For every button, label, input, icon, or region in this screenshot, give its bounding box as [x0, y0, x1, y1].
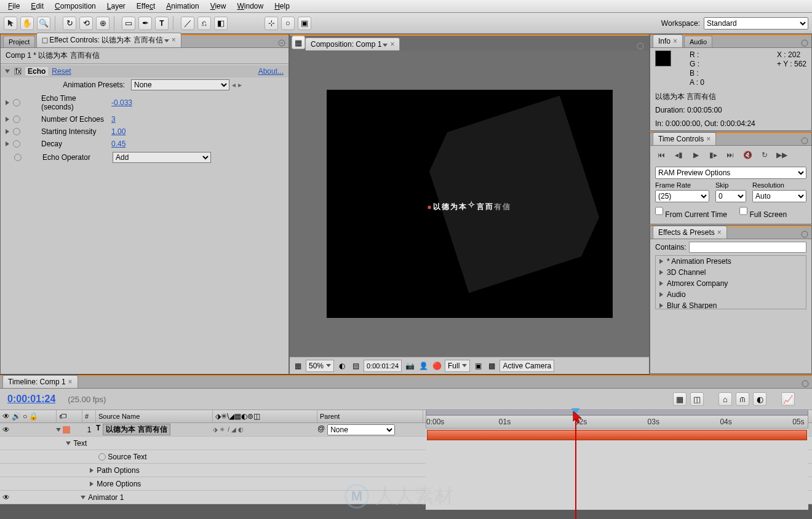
next-preset-icon[interactable]: ▸ [238, 81, 242, 89]
skip-select[interactable]: 0 [715, 190, 746, 202]
draft3d-icon[interactable]: ◫ [690, 392, 704, 406]
panel-menu-icon[interactable] [277, 39, 286, 47]
first-frame-button[interactable]: ⏮ [655, 149, 667, 160]
frameblend-icon[interactable]: ⫙ [736, 392, 749, 406]
expand-icon[interactable] [6, 117, 9, 122]
prev-preset-icon[interactable]: ◂ [232, 81, 236, 89]
selection-tool[interactable] [4, 17, 17, 30]
expand-icon[interactable] [6, 100, 9, 105]
lock-icon[interactable]: 🔒 [29, 412, 38, 421]
hand-tool[interactable]: ✋ [20, 17, 34, 30]
menu-help[interactable]: Help [269, 1, 295, 12]
graph-editor-icon[interactable]: 📈 [781, 392, 795, 406]
shy-icon[interactable]: ⌂ [718, 392, 732, 406]
color-icon[interactable]: 🔴 [431, 360, 442, 371]
anim-presets-select[interactable]: None [131, 79, 229, 90]
full-screen-checkbox[interactable]: Full Screen [739, 205, 787, 219]
framerate-select[interactable]: (25) [655, 190, 709, 202]
mask-icon[interactable]: ▣ [472, 360, 484, 371]
local-axis-icon[interactable]: ⊹ [265, 17, 278, 30]
stopwatch-icon[interactable] [13, 140, 20, 148]
zoom-tool[interactable]: 🔍 [37, 17, 50, 30]
grid-icon[interactable]: ▦ [292, 360, 303, 371]
mute-button[interactable]: 🔇 [741, 149, 754, 160]
brush-tool[interactable]: ／ [181, 17, 194, 30]
region-icon[interactable]: 👤 [418, 360, 429, 371]
expand-icon[interactable] [6, 141, 9, 146]
fx-enable-icon[interactable]: fx [14, 68, 22, 75]
param-value[interactable]: 0.45 [111, 140, 125, 148]
tab-composition[interactable]: Composition: Comp 1× [305, 38, 400, 50]
work-area-bar[interactable] [426, 410, 808, 415]
world-axis-icon[interactable]: ○ [281, 17, 295, 30]
menu-window[interactable]: Window [231, 1, 269, 12]
rect-tool[interactable]: ▭ [122, 17, 135, 30]
from-current-checkbox[interactable]: From Current Time [655, 205, 727, 219]
layer-duration-bar[interactable] [427, 430, 807, 440]
playhead[interactable] [575, 410, 576, 519]
pen-tool[interactable]: ✒ [138, 17, 152, 30]
list-item[interactable]: 3D Channel [656, 267, 806, 278]
current-time[interactable]: 0:00:01:24 [7, 394, 55, 405]
loop-button[interactable]: ↻ [758, 149, 771, 160]
camera-tool[interactable]: ⟲ [79, 17, 93, 30]
snapshot-icon[interactable]: 📷 [404, 360, 415, 371]
play-button[interactable]: ▶ [690, 149, 702, 160]
tab-time-controls[interactable]: Time Controls× [653, 132, 716, 145]
motionblur-icon[interactable]: ◐ [753, 392, 766, 406]
time-display[interactable]: 0:00:01:24 [364, 360, 402, 372]
pickwhip-icon[interactable]: @ [317, 424, 325, 435]
list-item[interactable]: Audio [656, 289, 806, 300]
list-item[interactable]: Blur & Sharpen [656, 300, 806, 309]
tab-audio[interactable]: Audio [684, 36, 712, 47]
composition-viewer[interactable]: ■ 以德为本✧言而有信 [290, 50, 649, 357]
collapse-icon[interactable] [5, 69, 10, 73]
stopwatch-icon[interactable] [98, 453, 106, 461]
eye-icon[interactable]: 👁 [2, 493, 10, 502]
text-tool[interactable]: T [155, 17, 169, 30]
stopwatch-icon[interactable] [14, 154, 22, 161]
pan-behind-tool[interactable]: ⊕ [96, 17, 109, 30]
resolution-select[interactable]: Auto [752, 190, 806, 202]
stopwatch-icon[interactable] [13, 99, 20, 106]
view-axis-icon[interactable]: ▣ [298, 17, 311, 30]
eye-icon[interactable]: 👁 [2, 426, 10, 434]
menu-animation[interactable]: Animation [161, 1, 204, 12]
clone-tool[interactable]: ⎌ [197, 17, 211, 30]
panel-menu-icon[interactable] [800, 230, 809, 239]
echo-operator-select[interactable]: Add [113, 152, 211, 163]
menu-layer[interactable]: Layer [102, 1, 131, 12]
menu-file[interactable]: FFileile [2, 1, 25, 12]
ram-preview-select[interactable]: RAM Preview Options [655, 167, 806, 179]
eye-icon[interactable]: 👁 [2, 412, 10, 421]
stopwatch-icon[interactable] [13, 116, 20, 123]
stopwatch-icon[interactable] [13, 128, 20, 135]
tab-info[interactable]: Info× [653, 34, 683, 47]
eraser-tool[interactable]: ◧ [214, 17, 228, 30]
next-frame-button[interactable]: ▮▸ [707, 149, 719, 160]
parent-select[interactable]: None [327, 424, 395, 435]
reset-link[interactable]: Reset [52, 67, 71, 76]
time-ruler[interactable]: 0:00s 01s 02s 03s 04s 05s [426, 415, 808, 429]
panel-menu-icon[interactable] [636, 42, 645, 50]
speaker-icon[interactable]: 🔊 [12, 412, 21, 421]
menu-view[interactable]: View [205, 1, 232, 12]
layer-name[interactable]: 以德为本 言而有信 [103, 424, 170, 435]
list-item[interactable]: * Animation Presets [656, 256, 806, 267]
resolution-select[interactable]: Full [445, 360, 470, 372]
workspace-select[interactable]: Standard [704, 17, 808, 30]
search-input[interactable] [689, 242, 806, 253]
expand-icon[interactable] [6, 129, 9, 134]
param-value[interactable]: 3 [111, 115, 116, 124]
panel-menu-icon[interactable] [800, 39, 809, 47]
panel-menu-icon[interactable] [801, 379, 810, 388]
comp-flowchart-icon[interactable]: ▦ [673, 392, 687, 406]
menu-effect[interactable]: Effect [131, 1, 161, 12]
comp-shortcut-icon[interactable]: ▦ [292, 36, 305, 49]
menu-edit[interactable]: Edit [25, 1, 49, 12]
solo-icon[interactable]: ○ [23, 412, 27, 421]
channel-icon[interactable]: ◐ [336, 360, 348, 371]
transparency-icon[interactable]: ▩ [486, 360, 497, 371]
param-value[interactable]: 1.00 [111, 127, 125, 136]
ram-preview-button[interactable]: ▶▶ [776, 149, 788, 160]
